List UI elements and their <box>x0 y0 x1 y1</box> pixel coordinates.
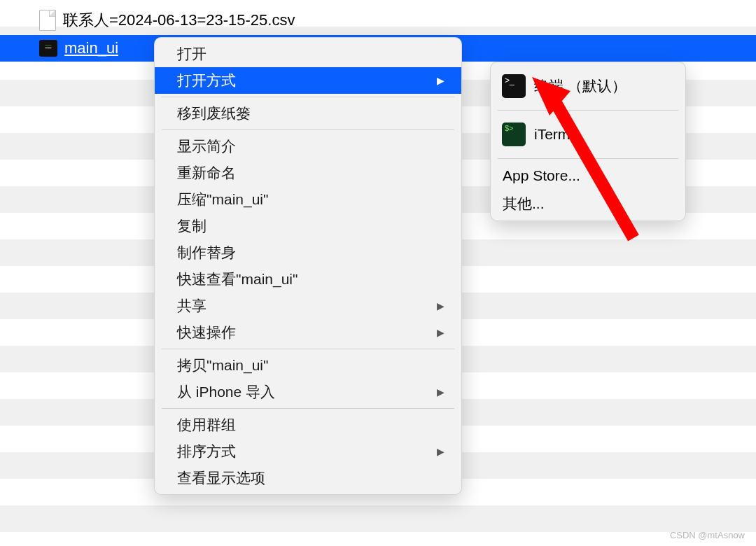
document-icon <box>39 10 56 31</box>
watermark: CSDN @mtAsnow <box>670 530 745 540</box>
submenu-arrow-icon: ▶ <box>437 327 444 338</box>
menu-use-groups[interactable]: 使用群组 <box>155 412 461 438</box>
file-name: 联系人=2024-06-13=23-15-25.csv <box>63 10 295 31</box>
menu-view-options[interactable]: 查看显示选项 <box>155 465 461 491</box>
file-name: main_ui <box>64 39 118 57</box>
menu-rename[interactable]: 重新命名 <box>155 160 461 186</box>
menu-duplicate[interactable]: 复制 <box>155 213 461 239</box>
terminal-file-icon: — <box>39 40 57 57</box>
submenu-arrow-icon: ▶ <box>437 386 444 398</box>
submenu-terminal[interactable]: >_ 终端 （默认） <box>491 65 685 107</box>
menu-sort-by[interactable]: 排序方式 ▶ <box>155 438 461 465</box>
file-row-csv[interactable]: 联系人=2024-06-13=23-15-25.csv <box>0 7 756 34</box>
menu-separator <box>162 97 454 97</box>
submenu-arrow-icon: ▶ <box>437 446 444 457</box>
menu-share[interactable]: 共享 ▶ <box>155 293 461 319</box>
menu-separator <box>162 408 454 409</box>
menu-copy[interactable]: 拷贝"main_ui" <box>155 352 461 379</box>
menu-separator <box>498 110 678 111</box>
menu-separator <box>498 158 678 159</box>
menu-open-with[interactable]: 打开方式 ▶ <box>155 67 461 94</box>
submenu-app-store[interactable]: App Store... <box>491 162 685 190</box>
menu-quick-look[interactable]: 快速查看"main_ui" <box>155 266 461 293</box>
menu-separator <box>162 349 454 349</box>
menu-get-info[interactable]: 显示简介 <box>155 133 461 160</box>
submenu-arrow-icon: ▶ <box>437 300 444 312</box>
context-menu: 打开 打开方式 ▶ 移到废纸篓 显示简介 重新命名 压缩"main_ui" 复制… <box>154 37 462 495</box>
menu-separator <box>162 130 454 130</box>
open-with-submenu: >_ 终端 （默认） $> iTerm App Store... 其他... <box>490 62 686 221</box>
menu-trash[interactable]: 移到废纸篓 <box>155 100 461 127</box>
menu-make-alias[interactable]: 制作替身 <box>155 239 461 266</box>
submenu-arrow-icon: ▶ <box>437 75 444 86</box>
menu-compress[interactable]: 压缩"main_ui" <box>155 186 461 213</box>
iterm-app-icon: $> <box>502 122 526 146</box>
submenu-other[interactable]: 其他... <box>491 190 685 218</box>
menu-open[interactable]: 打开 <box>155 41 461 67</box>
submenu-iterm[interactable]: $> iTerm <box>491 113 685 155</box>
menu-quick-actions[interactable]: 快速操作 ▶ <box>155 319 461 346</box>
menu-import-iphone[interactable]: 从 iPhone 导入 ▶ <box>155 379 461 405</box>
terminal-app-icon: >_ <box>502 74 526 98</box>
